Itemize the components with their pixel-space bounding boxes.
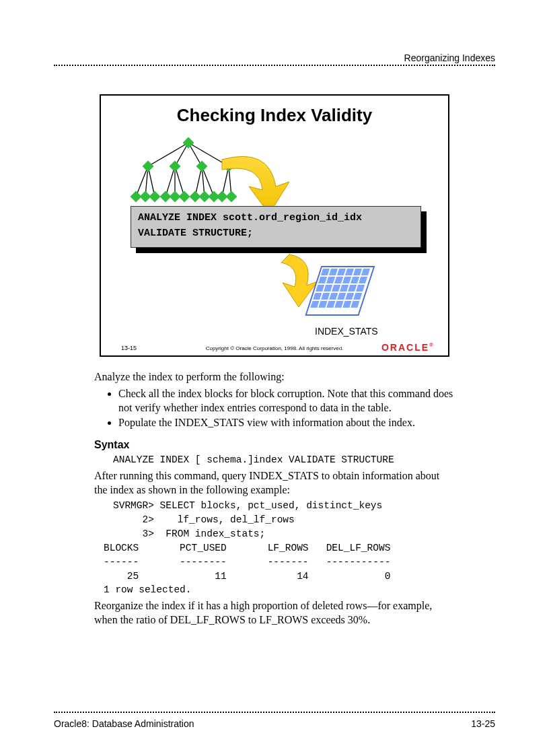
bullet-list: Check all the index blocks for block cor…: [94, 387, 455, 430]
slide-title: Checking Index Validity: [101, 105, 448, 126]
syntax-heading: Syntax: [94, 438, 455, 452]
closing-text: Reorganize the index if it has a high pr…: [94, 599, 455, 627]
oracle-logo: ORACLE®: [381, 342, 435, 353]
footer-right: 13-25: [471, 718, 495, 729]
svg-rect-25: [179, 191, 190, 203]
svg-rect-22: [149, 191, 161, 203]
grid-icon: [303, 263, 383, 323]
rule-bottom: [54, 712, 495, 713]
svg-rect-18: [196, 161, 208, 172]
bullet-item: Check all the index blocks for block cor…: [118, 387, 455, 415]
header-right: Reorganizing Indexes: [404, 53, 495, 63]
syntax-line: ANALYZE INDEX [ schema.]index VALIDATE S…: [113, 454, 455, 467]
code-line-1: ANALYZE INDEX scott.ord_region_id_idx: [138, 211, 414, 226]
code-line-2: VALIDATE STRUCTURE;: [138, 226, 414, 242]
example-line: SVRMGR> SELECT blocks, pct_used, distinc…: [113, 500, 455, 512]
after-syntax-text: After running this command, query INDEX_…: [94, 469, 455, 497]
svg-rect-16: [143, 161, 154, 172]
svg-rect-17: [170, 161, 181, 172]
example-line: 25 11 14 0: [104, 570, 455, 583]
page: Reorganizing Indexes Checking Index Vali…: [0, 0, 549, 756]
example-line: 1 row selected.: [104, 584, 455, 596]
code-box: ANALYZE INDEX scott.ord_region_id_idx VA…: [131, 206, 421, 248]
body-text: Analyze the index to perform the followi…: [94, 370, 455, 627]
content-area: Checking Index Validity: [94, 94, 455, 630]
footer-left: Oracle8: Database Administration: [54, 718, 194, 729]
example-line: 3> FROM index_stats;: [113, 528, 455, 541]
bullet-item: Populate the INDEX_STATS view with infor…: [118, 416, 455, 430]
intro-text: Analyze the index to perform the followi…: [94, 370, 455, 384]
slide: Checking Index Validity: [100, 94, 449, 357]
svg-line-0: [148, 143, 188, 166]
example-line: 2> lf_rows, del_lf_rows: [113, 514, 455, 526]
svg-line-7: [166, 166, 175, 197]
rule-top: [54, 65, 495, 66]
index-stats-label: INDEX_STATS: [315, 326, 378, 337]
svg-line-9: [175, 166, 184, 197]
example-line: BLOCKS PCT_USED LF_ROWS DEL_LF_ROWS: [104, 542, 455, 555]
example-line: ------ -------- ------- -----------: [104, 556, 455, 569]
svg-rect-15: [183, 137, 194, 149]
